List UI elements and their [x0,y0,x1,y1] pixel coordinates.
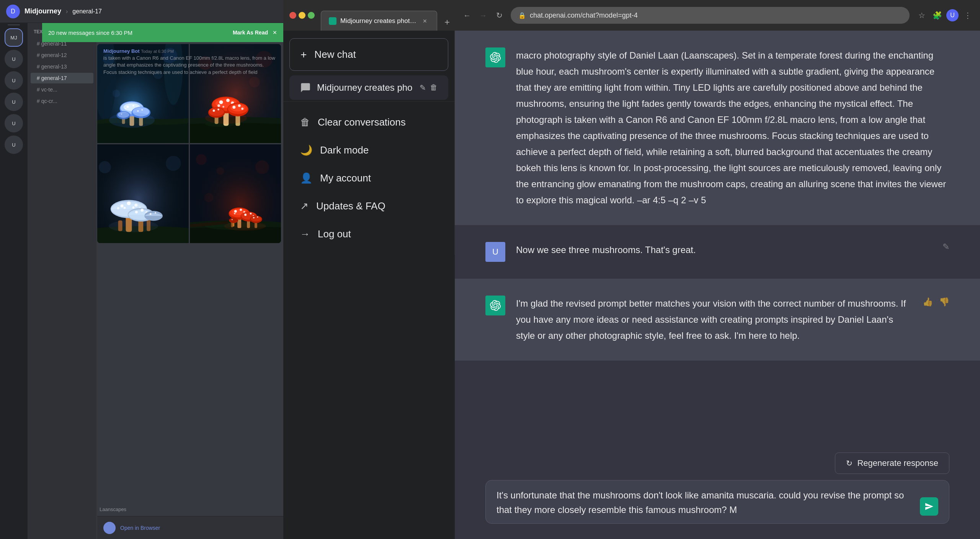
logout-button[interactable]: → Log out [289,220,448,248]
svg-point-98 [244,213,247,216]
svg-point-92 [234,210,237,212]
svg-point-78 [109,220,158,232]
trash-bottom-icon: 🗑 [300,116,310,128]
regenerate-label: Regenerate response [857,458,938,468]
svg-point-112 [204,193,213,202]
profile-icon[interactable]: U [946,9,959,21]
svg-point-64 [127,201,131,205]
svg-point-25 [113,90,120,97]
svg-point-17 [141,109,143,111]
user-message-1-content: Now we see three mushrooms. That's great… [516,242,932,258]
chat-messages-container: macro photography style of Daniel Laan (… [455,31,980,445]
svg-point-75 [144,211,163,220]
dark-mode-label: Dark mode [320,144,369,156]
address-bar[interactable]: 🔒 chat.openai.com/chat?model=gpt-4 [511,7,910,24]
discord-server-icon-1[interactable]: MJ [5,28,23,47]
discord-channels-sidebar: TEXT CHANNELS # general-11 # general-12 … [28,23,96,539]
new-chat-button[interactable]: + New chat [289,38,448,71]
discord-top-bar: D Midjourney › general-17 [0,0,283,23]
new-tab-button[interactable]: + [439,14,456,31]
discord-server-icon-3[interactable]: U [5,71,23,90]
svg-point-109 [196,154,206,165]
regenerate-icon: ↻ [846,459,853,468]
svg-point-10 [127,106,129,108]
svg-point-13 [125,108,127,109]
gpt-avatar-1 [485,47,505,67]
user-message-1-row: U Now we see three mushrooms. That's gre… [455,225,980,279]
discord-server-icon-4[interactable]: U [5,93,23,111]
svg-point-67 [132,206,134,209]
chat-history-icon [300,82,311,93]
channel-general-12[interactable]: # general-12 [31,50,93,60]
extensions-icon[interactable]: 🧩 [931,9,943,21]
discord-notification-bar[interactable]: 20 new messages since 6:30 PM Mark As Re… [42,23,283,42]
my-account-label: My account [320,172,371,184]
notification-text: 20 new messages since 6:30 PM [48,29,132,36]
browser-tab-active[interactable]: Midjourney creates photoreali... ✕ [321,11,437,31]
svg-point-110 [216,167,224,175]
svg-point-21 [109,113,155,128]
channel-general-13[interactable]: # general-13 [31,61,93,72]
plus-icon: + [301,49,307,60]
svg-point-72 [135,211,138,213]
svg-point-44 [232,106,235,109]
regenerate-response-button[interactable]: ↻ Regenerate response [835,452,949,474]
back-button[interactable]: ← [460,8,474,22]
svg-point-16 [137,110,139,112]
svg-point-46 [241,108,243,110]
trash-icon[interactable]: 🗑 [430,83,438,92]
svg-point-102 [251,216,261,221]
forward-button[interactable]: → [476,8,490,22]
chat-main-area: macro photography style of Daniel Laan (… [455,31,980,539]
discord-panel: D Midjourney › general-17 20 new message… [0,0,283,539]
dark-mode-button[interactable]: 🌙 Dark mode [289,137,448,164]
discord-bottom-bar: Open in Browser [97,516,283,539]
svg-point-108 [224,221,266,230]
edit-icon[interactable]: ✎ [420,83,426,92]
window-maximize[interactable] [308,12,315,19]
edit-message-icon[interactable]: ✎ [942,242,949,252]
address-text: chat.openai.com/chat?model=gpt-4 [530,11,638,20]
svg-point-68 [117,207,119,209]
send-button[interactable] [920,497,938,516]
user-message-1-actions: ✎ [942,242,949,252]
discord-open-in-browser-btn[interactable]: Open in Browser [120,525,160,531]
svg-point-11 [132,105,134,107]
external-link-icon: ↗ [300,200,309,212]
discord-server-icon-2[interactable]: U [5,50,23,68]
svg-point-76 [150,213,152,215]
svg-point-66 [124,207,126,209]
svg-point-111 [255,160,269,174]
tab-favicon [329,17,336,25]
discord-avatar [103,522,116,534]
send-arrow-icon [924,502,934,511]
menu-icon[interactable]: ⋮ [962,9,974,21]
logout-icon: → [300,228,310,240]
discord-server-icon-5[interactable]: U [5,114,23,132]
svg-point-45 [238,105,240,107]
thumbs-down-icon[interactable]: 👎 [939,297,949,307]
moon-icon: 🌙 [300,144,312,156]
window-minimize[interactable] [299,12,305,19]
tab-close-icon[interactable]: ✕ [421,17,429,25]
lock-icon: 🔒 [518,12,526,19]
svg-point-80 [166,155,181,171]
updates-faq-button[interactable]: ↗ Updates & FAQ [289,193,448,220]
channel-qc[interactable]: # qc-cr... [31,96,93,106]
channel-general-14[interactable]: # general-17 [31,73,93,83]
reload-button[interactable]: ↻ [492,8,506,22]
chatgpt-sidebar: + New chat Midjourney creates pho ✎ 🗑 🗑 … [283,31,455,255]
chat-input-field[interactable] [497,488,914,516]
user-avatar-1: U [485,242,505,262]
svg-point-38 [217,105,220,107]
assistant-message-1-content: macro photography style of Daniel Laan (… [516,47,949,208]
chat-item-actions: ✎ 🗑 [420,83,438,92]
my-account-button[interactable]: 👤 My account [289,165,448,192]
channel-vc[interactable]: # vc-te... [31,84,93,95]
window-close[interactable] [289,12,296,19]
thumbs-up-icon[interactable]: 👍 [923,297,933,307]
clear-conversations-button[interactable]: 🗑 Clear conversations [289,109,448,136]
discord-server-icon-6[interactable]: U [5,136,23,154]
bookmark-icon[interactable]: ☆ [916,9,928,21]
chat-history-item-midjourney[interactable]: Midjourney creates pho ✎ 🗑 [289,75,448,100]
